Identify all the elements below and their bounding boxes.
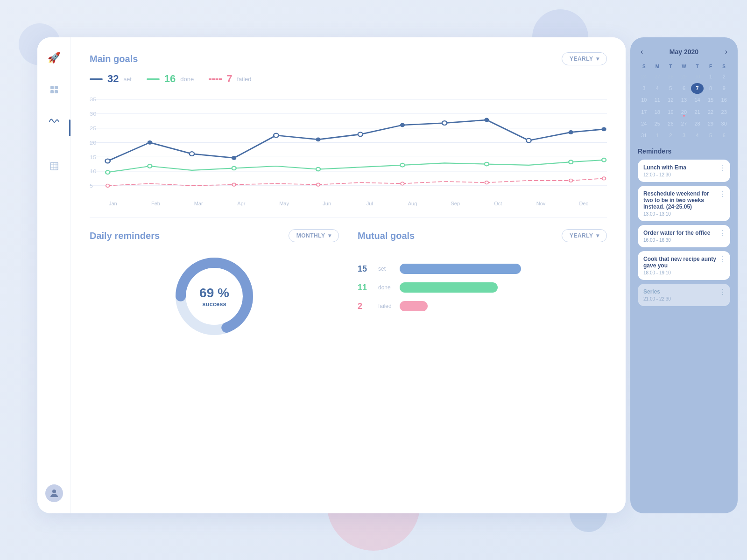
cal-day-11[interactable]: 11 bbox=[651, 95, 664, 105]
reminder-reschedule[interactable]: Reschedule weekend for two to be in two … bbox=[638, 186, 730, 221]
reminder-recipe-time: 18:00 - 19:10 bbox=[643, 270, 725, 275]
cal-day-2-next[interactable]: 2 bbox=[664, 130, 677, 141]
chart-x-labels: Jan Feb Mar Apr May Jun Jul Aug Sep Oct … bbox=[90, 201, 607, 206]
stat-set-value: 32 bbox=[107, 73, 119, 85]
cal-day-24[interactable]: 24 bbox=[638, 119, 650, 129]
svg-point-31 bbox=[400, 123, 405, 127]
cal-day-25[interactable]: 25 bbox=[651, 119, 664, 129]
monthly-filter-btn[interactable]: MONTHLY ▾ bbox=[289, 229, 339, 242]
cal-day-27[interactable]: 27 bbox=[678, 119, 691, 129]
reminder-water-time: 16:00 - 16:30 bbox=[643, 238, 725, 243]
right-panel: ‹ May 2020 › S M T W T F S 24 27 28 29 3… bbox=[630, 37, 738, 513]
reminder-series[interactable]: Series 21:00 - 22:30 ⋮ bbox=[638, 284, 730, 306]
cal-day-22[interactable]: 22 bbox=[705, 107, 717, 118]
user-avatar[interactable] bbox=[45, 484, 63, 502]
cal-day-20[interactable]: 20 bbox=[678, 107, 691, 118]
cal-day-31[interactable]: 31 bbox=[638, 130, 650, 141]
cal-day-27-prev[interactable]: 27 bbox=[651, 71, 664, 82]
main-container: 🚀 bbox=[37, 37, 626, 513]
cal-day-17[interactable]: 17 bbox=[638, 107, 650, 118]
reminder-reschedule-menu[interactable]: ⋮ bbox=[719, 190, 726, 198]
calendar-prev-btn[interactable]: ‹ bbox=[638, 47, 646, 57]
yearly-filter-btn[interactable]: YEARLY ▾ bbox=[562, 52, 607, 65]
table-icon[interactable] bbox=[45, 157, 63, 175]
cal-day-6[interactable]: 6 bbox=[678, 83, 691, 94]
svg-text:30: 30 bbox=[90, 111, 97, 117]
cal-day-12[interactable]: 12 bbox=[664, 95, 677, 105]
cal-day-16[interactable]: 16 bbox=[718, 95, 730, 105]
wave-icon[interactable] bbox=[45, 112, 63, 131]
svg-rect-2 bbox=[50, 90, 54, 93]
reminder-series-menu[interactable]: ⋮ bbox=[719, 288, 726, 296]
svg-text:25: 25 bbox=[90, 126, 97, 132]
month-dec: Dec bbox=[562, 201, 605, 206]
cal-header-f: F bbox=[705, 63, 717, 70]
svg-point-26 bbox=[190, 152, 194, 156]
cal-day-30[interactable]: 30 bbox=[718, 119, 730, 129]
mutual-yearly-filter-btn[interactable]: YEARLY ▾ bbox=[562, 229, 607, 242]
cal-day-5[interactable]: 5 bbox=[664, 83, 677, 94]
cal-day-23[interactable]: 23 bbox=[718, 107, 730, 118]
cal-day-6-next[interactable]: 6 bbox=[718, 130, 730, 141]
reminder-lunch-menu[interactable]: ⋮ bbox=[719, 164, 726, 172]
stat-done-value: 16 bbox=[164, 73, 176, 85]
reminder-lunch-time: 12:00 - 12:30 bbox=[643, 172, 725, 177]
cal-day-10[interactable]: 10 bbox=[638, 95, 650, 105]
cal-header-t1: T bbox=[664, 63, 677, 70]
cal-day-29-prev[interactable]: 29 bbox=[678, 71, 691, 82]
cal-day-4-next[interactable]: 4 bbox=[691, 130, 704, 141]
cal-day-8[interactable]: 8 bbox=[705, 83, 717, 94]
month-aug: Aug bbox=[391, 201, 434, 206]
month-jan: Jan bbox=[92, 201, 134, 206]
cal-day-30-prev[interactable]: 30 bbox=[691, 71, 704, 82]
cal-day-24-prev[interactable]: 24 bbox=[638, 71, 650, 82]
cal-day-18[interactable]: 18 bbox=[651, 107, 664, 118]
reminder-water-menu[interactable]: ⋮ bbox=[719, 230, 726, 237]
cal-header-s1: S bbox=[638, 63, 650, 70]
cal-day-5-next[interactable]: 5 bbox=[705, 130, 717, 141]
stat-done-label: done bbox=[180, 76, 194, 83]
reminder-recipe[interactable]: Cook that new recipe aunty gave you 18:0… bbox=[638, 251, 730, 280]
reminder-series-title: Series bbox=[643, 288, 725, 295]
main-goals-header: Main goals YEARLY ▾ bbox=[90, 52, 607, 65]
stat-failed-label: failed bbox=[237, 76, 251, 83]
rocket-icon[interactable]: 🚀 bbox=[45, 49, 63, 67]
cal-day-26[interactable]: 26 bbox=[664, 119, 677, 129]
daily-reminders-section: Daily reminders MONTHLY ▾ bbox=[90, 229, 339, 343]
svg-point-50 bbox=[569, 179, 573, 182]
daily-reminders-header: Daily reminders MONTHLY ▾ bbox=[90, 229, 339, 242]
month-jul: Jul bbox=[348, 201, 391, 206]
calendar-header: ‹ May 2020 › bbox=[638, 47, 730, 57]
cal-day-4[interactable]: 4 bbox=[651, 83, 664, 94]
cal-day-7[interactable]: 7 bbox=[691, 83, 704, 94]
main-content: Main goals YEARLY ▾ 32 set 16 done 7 fai… bbox=[71, 37, 626, 513]
svg-point-45 bbox=[106, 184, 110, 188]
reminder-recipe-menu[interactable]: ⋮ bbox=[719, 256, 726, 263]
svg-point-47 bbox=[317, 183, 320, 186]
calendar-next-btn[interactable]: › bbox=[722, 47, 730, 57]
svg-rect-0 bbox=[50, 86, 54, 89]
cal-day-15[interactable]: 15 bbox=[705, 95, 717, 105]
cal-day-21[interactable]: 21 bbox=[691, 107, 704, 118]
cal-day-13[interactable]: 13 bbox=[678, 95, 691, 105]
cal-day-28-prev[interactable]: 28 bbox=[664, 71, 677, 82]
cal-day-28[interactable]: 28 bbox=[691, 119, 704, 129]
main-goals-chart: 35 30 25 20 15 10 5 bbox=[90, 94, 607, 197]
cal-day-9[interactable]: 9 bbox=[718, 83, 730, 94]
main-goals-title: Main goals bbox=[90, 54, 138, 64]
cal-day-2[interactable]: 2 bbox=[718, 71, 730, 82]
cal-header-t2: T bbox=[691, 63, 704, 70]
cal-day-19[interactable]: 19 bbox=[664, 107, 677, 118]
cal-day-3[interactable]: 3 bbox=[638, 83, 650, 94]
reminder-lunch[interactable]: Lunch with Ema 12:00 - 12:30 ⋮ bbox=[638, 160, 730, 182]
grid-icon[interactable] bbox=[45, 80, 63, 99]
cal-day-1-next[interactable]: 1 bbox=[651, 130, 664, 141]
cal-day-29[interactable]: 29 bbox=[705, 119, 717, 129]
svg-point-48 bbox=[401, 182, 404, 185]
cal-day-3-next[interactable]: 3 bbox=[678, 130, 691, 141]
svg-point-40 bbox=[316, 168, 320, 171]
cal-day-1[interactable]: 1 bbox=[705, 71, 717, 82]
reminder-water[interactable]: Order water for the office 16:00 - 16:30… bbox=[638, 225, 730, 247]
svg-point-35 bbox=[569, 130, 573, 134]
cal-day-14[interactable]: 14 bbox=[691, 95, 704, 105]
